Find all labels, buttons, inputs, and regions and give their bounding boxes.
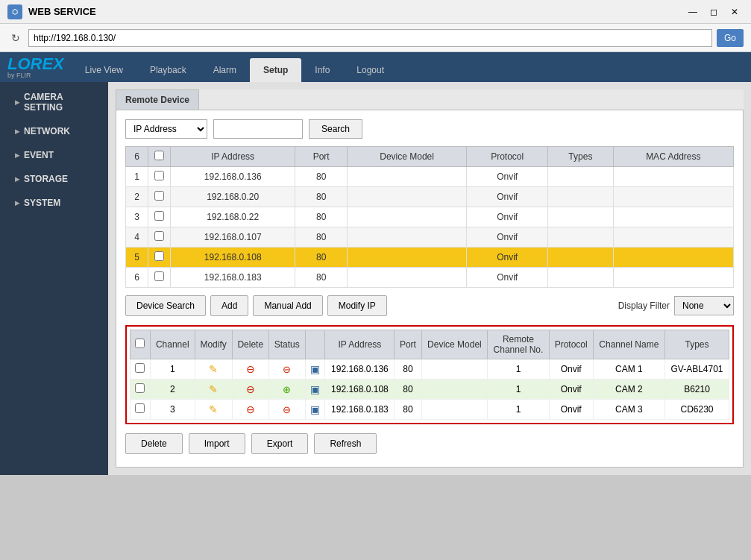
channel-ip-1: 192.168.0.136 xyxy=(325,359,395,380)
col-model: Device Model xyxy=(348,147,467,167)
row-protocol: Onvif xyxy=(467,227,548,248)
sidebar-label-system: SYSTEM xyxy=(24,198,60,208)
row-types xyxy=(548,248,614,268)
ch-col-ip: IP Address xyxy=(325,330,395,359)
chevron-right-icon-4: ▶ xyxy=(15,176,19,183)
channel-modify-2[interactable]: ✎ xyxy=(195,380,232,400)
channel-checkbox-2[interactable] xyxy=(135,383,145,393)
action-row: Device Search Add Manual Add Modify IP D… xyxy=(125,295,734,316)
modify-ip-button[interactable]: Modify IP xyxy=(327,295,387,316)
row-checkbox[interactable] xyxy=(148,227,171,248)
device-search-button[interactable]: Device Search xyxy=(125,295,206,316)
lorex-logo: LOREX xyxy=(7,56,64,72)
col-port: Port xyxy=(295,147,348,167)
sidebar-label-network: NETWORK xyxy=(24,126,70,136)
channel-protocol-1: Onvif xyxy=(549,359,593,380)
row-checkbox[interactable] xyxy=(148,248,171,268)
ch-col-delete: Delete xyxy=(232,330,268,359)
row-checkbox[interactable] xyxy=(148,268,171,288)
row-model xyxy=(348,207,467,227)
channel-remote-1: 1 xyxy=(488,359,549,380)
row-num: 6 xyxy=(126,268,148,288)
row-protocol: Onvif xyxy=(467,167,548,187)
content-area: Remote Device IP Address Search 6 xyxy=(108,82,751,475)
row-types xyxy=(548,227,614,248)
app-icon: ⬡ xyxy=(7,4,22,19)
close-button[interactable]: ✕ xyxy=(726,4,744,19)
channel-delete-2[interactable]: ⊖ xyxy=(232,380,268,400)
window-title: WEB SERVICE xyxy=(28,6,684,17)
channel-select-all[interactable] xyxy=(135,339,145,348)
delete-button[interactable]: Delete xyxy=(125,433,183,454)
filter-input[interactable] xyxy=(213,119,303,139)
row-num: 3 xyxy=(126,207,148,227)
channel-port-1: 80 xyxy=(395,359,421,380)
row-port: 80 xyxy=(295,227,348,248)
row-mac xyxy=(613,248,733,268)
address-input[interactable] xyxy=(28,29,712,47)
row-num: 5 xyxy=(126,248,148,268)
title-bar: ⬡ WEB SERVICE — ◻ ✕ xyxy=(0,0,751,24)
channel-name-3: CAM 3 xyxy=(593,400,664,420)
channel-modify-3[interactable]: ✎ xyxy=(195,400,232,420)
channel-types-1: GV-ABL4701 xyxy=(664,359,729,380)
row-ip: 192.168.0.20 xyxy=(171,187,295,207)
search-button[interactable]: Search xyxy=(309,119,362,139)
filter-type-select[interactable]: IP Address xyxy=(125,119,207,139)
chevron-right-icon: ▶ xyxy=(15,99,19,106)
tab-setup[interactable]: Setup xyxy=(250,58,301,82)
row-checkbox[interactable] xyxy=(148,207,171,227)
chevron-right-icon-3: ▶ xyxy=(15,152,19,159)
sidebar-item-camera-setting[interactable]: ▶ CAMERA SETTING xyxy=(0,85,108,119)
minimize-button[interactable]: — xyxy=(684,4,702,19)
row-model xyxy=(348,167,467,187)
sidebar-item-system[interactable]: ▶ SYSTEM xyxy=(0,191,108,215)
col-protocol: Protocol xyxy=(467,147,548,167)
window-controls: — ◻ ✕ xyxy=(684,4,744,19)
row-checkbox[interactable] xyxy=(148,167,171,187)
row-model xyxy=(348,268,467,288)
panel-body: IP Address Search 6 IP Address xyxy=(116,110,744,468)
go-button[interactable]: Go xyxy=(717,29,744,47)
flir-logo: by FLIR xyxy=(7,72,64,79)
table-row: 3 192.168.0.22 80 Onvif xyxy=(126,207,734,227)
device-table: 6 IP Address Port Device Model Protocol … xyxy=(125,146,734,288)
select-all-checkbox[interactable] xyxy=(154,151,164,160)
table-row-selected: 5 192.168.0.108 80 Onvif xyxy=(126,248,734,268)
row-ip: 192.168.0.107 xyxy=(171,227,295,248)
table-row: 4 192.168.0.107 80 Onvif xyxy=(126,227,734,248)
table-row: 6 192.168.0.183 80 Onvif xyxy=(126,268,734,288)
channel-ip-2: 192.168.0.108 xyxy=(325,380,395,400)
channel-delete-3[interactable]: ⊖ xyxy=(232,400,268,420)
browser-refresh-button[interactable]: ↻ xyxy=(7,30,24,46)
add-button[interactable]: Add xyxy=(210,295,248,316)
tab-alarm[interactable]: Alarm xyxy=(200,58,250,82)
table-row: 2 192.168.0.20 80 Onvif xyxy=(126,187,734,207)
channel-checkbox-1[interactable] xyxy=(135,363,145,373)
import-button[interactable]: Import xyxy=(189,433,245,454)
manual-add-button[interactable]: Manual Add xyxy=(253,295,322,316)
restore-button[interactable]: ◻ xyxy=(705,4,723,19)
row-checkbox[interactable] xyxy=(148,187,171,207)
channel-name-2: CAM 2 xyxy=(593,380,664,400)
display-filter-select[interactable]: None xyxy=(674,296,734,315)
channel-delete-1[interactable]: ⊖ xyxy=(232,359,268,380)
address-bar: ↻ Go xyxy=(0,24,751,52)
sidebar-item-event[interactable]: ▶ EVENT xyxy=(0,143,108,167)
tab-logout[interactable]: Logout xyxy=(343,58,398,82)
ch-col-checkbox xyxy=(131,330,151,359)
tab-panel: Remote Device IP Address Search 6 xyxy=(116,89,744,468)
channel-checkbox-3[interactable] xyxy=(135,403,145,413)
col-types: Types xyxy=(548,147,614,167)
channel-row: 3 ✎ ⊖ ⊖ ▣ 192.168.0.183 80 1 Onvif CAM xyxy=(131,400,729,420)
export-button[interactable]: Export xyxy=(251,433,309,454)
tab-playback[interactable]: Playback xyxy=(136,58,200,82)
sidebar-item-network[interactable]: ▶ NETWORK xyxy=(0,119,108,143)
sidebar-item-storage[interactable]: ▶ STORAGE xyxy=(0,167,108,191)
channel-modify-1[interactable]: ✎ xyxy=(195,359,232,380)
ch-col-model: Device Model xyxy=(421,330,488,359)
tab-live-view[interactable]: Live View xyxy=(72,58,136,82)
tab-info[interactable]: Info xyxy=(301,58,343,82)
refresh-button[interactable]: Refresh xyxy=(314,433,377,454)
channel-row: 2 ✎ ⊖ ⊕ ▣ 192.168.0.108 80 1 Onvif CAM xyxy=(131,380,729,400)
